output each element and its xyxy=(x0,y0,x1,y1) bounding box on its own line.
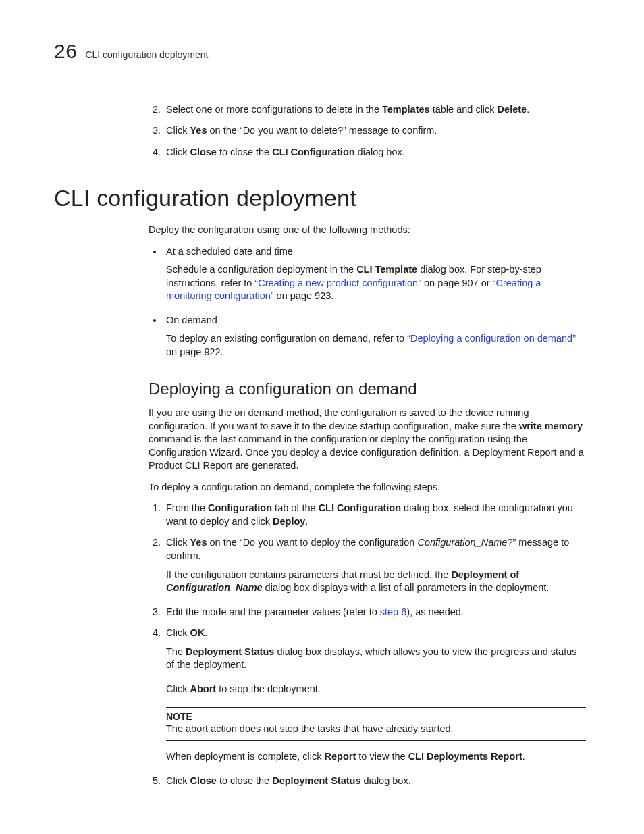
step-item: Click Close to close the CLI Configurati… xyxy=(163,146,586,159)
bullet-body: Schedule a configuration deployment in t… xyxy=(166,263,586,303)
step-item: Click Yes on the “Do you want to delete?… xyxy=(163,124,586,138)
bold-text: CLI Deployments Report xyxy=(408,751,522,762)
running-header: 26 CLI configuration deployment xyxy=(54,38,590,66)
step-after: If the configuration contains parameters… xyxy=(166,569,586,595)
section-heading: CLI configuration deployment xyxy=(54,183,590,214)
step-item: Select one or more configurations to del… xyxy=(163,103,586,117)
text: Click xyxy=(166,537,190,548)
bold-text: Delete xyxy=(498,104,527,115)
text: . xyxy=(205,627,207,638)
step-item: Click Close to close the Deployment Stat… xyxy=(163,775,586,788)
bold-text: Deploy xyxy=(273,516,305,527)
step-item: Click Yes on the “Do you want to deploy … xyxy=(163,536,586,594)
text: From the xyxy=(166,502,208,513)
text: When deployment is complete, click xyxy=(166,751,325,762)
cross-reference-link[interactable]: “Deploying a configuration on demand” xyxy=(407,333,576,344)
note-block: NOTE The abort action does not stop the … xyxy=(166,707,586,741)
text: dialog box displays with a list of all p… xyxy=(263,582,549,593)
bold-text: CLI Configuration xyxy=(319,502,401,513)
bullet-item: On demand To deploy an existing configur… xyxy=(163,314,586,359)
bold-text: Yes xyxy=(190,125,207,136)
italic-text: Configuration_Name xyxy=(417,537,507,548)
paragraph: To deploy a configuration on demand, com… xyxy=(149,481,586,494)
step-text: to close the xyxy=(217,147,272,157)
step-item: Click OK. The Deployment Status dialog b… xyxy=(163,627,586,763)
bullet-list: At a scheduled date and time Schedule a … xyxy=(149,245,586,359)
bullet-lead: On demand xyxy=(166,315,217,325)
paragraph: If you are using the on demand method, t… xyxy=(149,407,586,473)
text: . xyxy=(305,516,308,527)
text: To deploy an existing configuration on d… xyxy=(166,333,407,344)
step-after: When deployment is complete, click Repor… xyxy=(166,750,586,764)
bullet-lead: At a scheduled date and time xyxy=(166,246,293,257)
text: on page 907 or xyxy=(421,278,493,288)
section-body: Deploy the configuration using one of th… xyxy=(149,224,586,787)
text: Edit the mode and the parameter values (… xyxy=(166,606,380,617)
step-text: dialog box. xyxy=(355,147,405,157)
page: 26 CLI configuration deployment Select o… xyxy=(0,0,644,834)
bold-text: Close xyxy=(190,775,217,786)
bold-text: write memory xyxy=(519,421,583,432)
text: Click xyxy=(166,775,190,786)
text: on page 923. xyxy=(274,290,334,301)
text: ), as needed. xyxy=(406,606,464,617)
step-text: Click xyxy=(166,125,190,136)
bullet-body: To deploy an existing configuration on d… xyxy=(166,332,586,359)
bold-text: CLI Template xyxy=(356,264,417,275)
step-text: on the “Do you want to delete?” message … xyxy=(207,125,437,136)
text: dialog box. xyxy=(361,775,411,786)
note-label: NOTE xyxy=(166,710,586,723)
bold-text: Deployment Status xyxy=(186,646,274,657)
text: tab of the xyxy=(272,502,319,513)
note-body: The abort action does not stop the tasks… xyxy=(166,723,454,734)
text: on the “Do you want to deploy the config… xyxy=(207,537,417,548)
bold-text: Close xyxy=(190,147,217,157)
text: to view the xyxy=(356,751,408,762)
step-after: The Deployment Status dialog box display… xyxy=(166,646,586,672)
ordered-list: Select one or more configurations to del… xyxy=(149,103,586,159)
chapter-number: 26 xyxy=(54,38,77,66)
text: Schedule a configuration deployment in t… xyxy=(166,264,356,275)
text: on page 922. xyxy=(166,346,223,357)
text: If you are using the on demand method, t… xyxy=(149,407,529,432)
bullet-item: At a scheduled date and time Schedule a … xyxy=(163,245,586,303)
text: to stop the deployment. xyxy=(216,683,321,694)
top-steps-block: Select one or more configurations to del… xyxy=(149,103,586,159)
bold-text: Templates xyxy=(382,104,430,115)
text: Click xyxy=(166,627,190,638)
text: If the configuration contains parameters… xyxy=(166,569,451,580)
bold-italic-text: Configuration_Name xyxy=(166,582,263,593)
step-text: . xyxy=(527,104,529,115)
cross-reference-link[interactable]: “Creating a new product configuration” xyxy=(254,278,421,288)
text: The xyxy=(166,646,186,657)
step-item: From the Configuration tab of the CLI Co… xyxy=(163,502,586,528)
step-text: Select one or more configurations to del… xyxy=(166,104,382,115)
text: Click xyxy=(166,683,190,694)
bold-text: Deployment Status xyxy=(272,775,360,786)
step-after: Click Abort to stop the deployment. xyxy=(166,683,586,696)
step-text: table and click xyxy=(430,104,498,115)
subsection-heading: Deploying a configuration on demand xyxy=(149,378,586,400)
bold-text: Deployment of xyxy=(451,569,519,580)
ordered-list: From the Configuration tab of the CLI Co… xyxy=(149,502,586,787)
bold-text: OK xyxy=(190,627,205,638)
bold-text: Yes xyxy=(190,537,207,548)
cross-reference-link[interactable]: step 6 xyxy=(380,606,407,617)
text: to close the xyxy=(217,775,272,786)
bold-text: CLI Configuration xyxy=(272,147,354,157)
intro-paragraph: Deploy the configuration using one of th… xyxy=(149,224,586,237)
bold-text: Abort xyxy=(190,683,216,694)
step-text: Click xyxy=(166,147,190,157)
step-item: Edit the mode and the parameter values (… xyxy=(163,606,586,619)
text: . xyxy=(522,751,525,762)
bold-text: Configuration xyxy=(208,502,272,513)
running-title: CLI configuration deployment xyxy=(85,49,208,61)
bold-text: Report xyxy=(325,751,356,762)
text: command is the last command in the confi… xyxy=(149,434,584,471)
